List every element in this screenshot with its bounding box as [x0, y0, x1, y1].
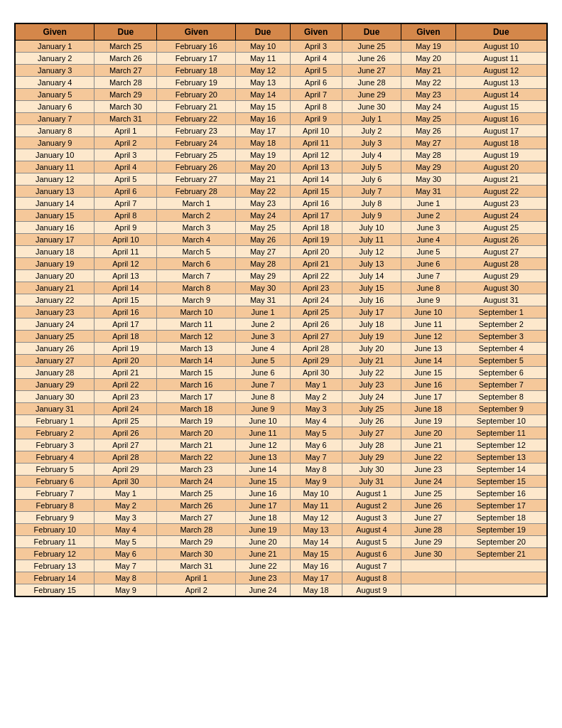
due-cell: July 3	[342, 137, 401, 149]
given-cell: June 4	[401, 234, 455, 246]
given-cell	[401, 560, 455, 572]
due-cell: May 5	[94, 536, 157, 548]
given-cell: March 12	[157, 331, 236, 343]
given-cell: June 9	[401, 294, 455, 306]
due-cell: June 13	[236, 451, 290, 464]
due-cell: May 10	[236, 41, 290, 53]
due-cell: July 15	[342, 282, 401, 294]
given-cell: February 17	[157, 53, 236, 65]
due-cell: April 4	[94, 161, 157, 173]
given-cell: February 12	[15, 548, 94, 560]
due-cell: September 15	[455, 476, 547, 488]
given-cell: June 24	[401, 476, 455, 488]
due-cell: July 1	[342, 113, 401, 125]
given-cell: May 21	[401, 65, 455, 77]
given-cell: May 2	[290, 391, 342, 403]
due-cell: August 19	[455, 149, 547, 161]
due-cell: July 24	[342, 391, 401, 403]
table-row: February 13May 7March 31June 22May 16Aug…	[15, 560, 547, 572]
given-cell: February 20	[157, 89, 236, 101]
due-cell: May 23	[236, 198, 290, 210]
due-cell: August 27	[455, 246, 547, 258]
due-cell: April 11	[94, 246, 157, 258]
column-header-due: Due	[455, 23, 547, 41]
due-cell: August 30	[455, 282, 547, 294]
due-cell: July 17	[342, 306, 401, 318]
given-cell: May 4	[290, 415, 342, 427]
due-cell: July 29	[342, 451, 401, 464]
due-cell: July 10	[342, 222, 401, 234]
due-cell: April 25	[94, 415, 157, 427]
given-cell: February 27	[157, 173, 236, 186]
given-cell: January 22	[15, 294, 94, 306]
given-cell: January 31	[15, 403, 94, 415]
due-cell: September 10	[455, 415, 547, 427]
due-cell: April 23	[94, 391, 157, 403]
given-cell: January 12	[15, 173, 94, 186]
given-cell: May 14	[290, 536, 342, 548]
given-cell: May 23	[401, 89, 455, 101]
due-cell: August 22	[455, 186, 547, 198]
given-cell: June 5	[401, 246, 455, 258]
table-row: January 22April 15March 9May 31April 24J…	[15, 294, 547, 306]
given-cell: May 13	[290, 524, 342, 536]
given-cell: May 15	[290, 548, 342, 560]
due-cell: September 12	[455, 439, 547, 451]
due-cell: April 8	[94, 210, 157, 222]
table-row: February 10May 4March 28June 19May 13Aug…	[15, 524, 547, 536]
due-cell: August 25	[455, 222, 547, 234]
table-row: January 9April 2February 24May 18April 1…	[15, 137, 547, 149]
due-cell: August 23	[455, 198, 547, 210]
given-cell: May 27	[401, 137, 455, 149]
due-cell: August 20	[455, 161, 547, 173]
table-row: January 14April 7March 1May 23April 16Ju…	[15, 198, 547, 210]
due-cell: August 12	[455, 65, 547, 77]
due-cell: April 15	[94, 294, 157, 306]
given-cell: January 9	[15, 137, 94, 149]
due-cell: August 3	[342, 512, 401, 524]
given-cell: March 5	[157, 246, 236, 258]
given-cell: April 7	[290, 89, 342, 101]
due-cell: July 31	[342, 476, 401, 488]
given-cell: February 5	[15, 464, 94, 476]
table-row: January 10April 3February 25May 19April …	[15, 149, 547, 161]
given-cell: January 7	[15, 113, 94, 125]
given-cell: March 26	[157, 500, 236, 512]
given-cell: January 23	[15, 306, 94, 318]
due-cell: August 6	[342, 548, 401, 560]
due-cell: May 24	[236, 210, 290, 222]
table-row: January 4March 28February 19May 13April …	[15, 77, 547, 89]
given-cell: May 10	[290, 488, 342, 500]
due-cell: May 7	[94, 560, 157, 572]
due-cell: May 11	[236, 53, 290, 65]
due-cell: March 27	[94, 65, 157, 77]
due-cell: March 26	[94, 53, 157, 65]
due-cell: June 12	[236, 439, 290, 451]
given-cell: January 11	[15, 161, 94, 173]
due-cell: March 29	[94, 89, 157, 101]
due-cell: April 7	[94, 198, 157, 210]
given-cell: May 6	[290, 439, 342, 451]
given-cell: April 21	[290, 258, 342, 270]
due-cell: June 30	[342, 101, 401, 113]
due-cell: August 26	[455, 234, 547, 246]
due-cell: July 6	[342, 173, 401, 186]
due-cell: April 21	[94, 367, 157, 379]
given-cell: February 9	[15, 512, 94, 524]
due-cell: August 18	[455, 137, 547, 149]
table-row: February 12May 6March 30June 21May 15Aug…	[15, 548, 547, 560]
column-header-given: Given	[401, 23, 455, 41]
given-cell: February 13	[15, 560, 94, 572]
table-row: January 5March 29February 20May 14April …	[15, 89, 547, 101]
given-cell: April 26	[290, 318, 342, 331]
given-cell: March 27	[157, 512, 236, 524]
given-cell: April 30	[290, 367, 342, 379]
due-cell: June 19	[236, 524, 290, 536]
given-cell: June 8	[401, 282, 455, 294]
given-cell: March 22	[157, 451, 236, 464]
given-cell: January 24	[15, 318, 94, 331]
due-cell: July 7	[342, 186, 401, 198]
due-cell: July 13	[342, 258, 401, 270]
due-cell: April 29	[94, 464, 157, 476]
given-cell: February 24	[157, 137, 236, 149]
